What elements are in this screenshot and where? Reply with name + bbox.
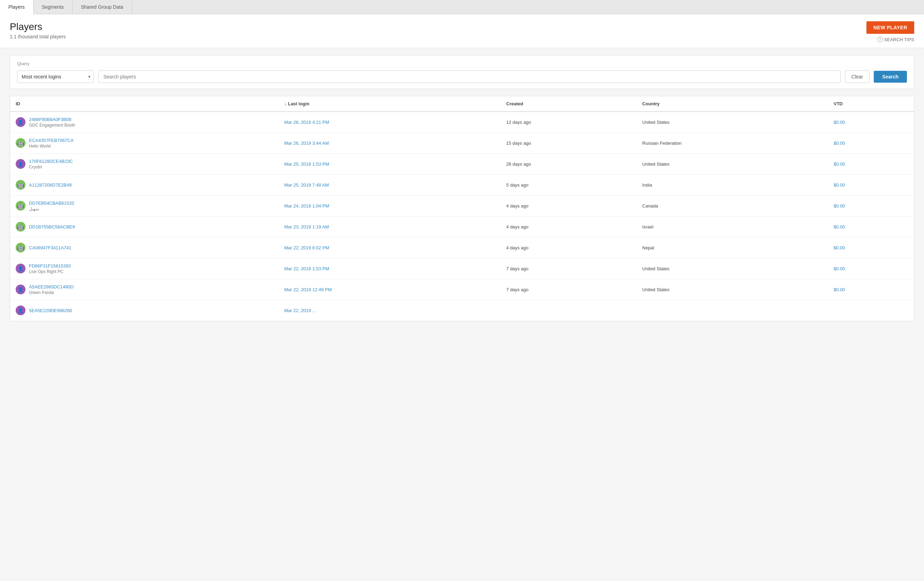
ios-icon: 👤	[16, 285, 25, 295]
table-row: 👤 A5AEE2665DC1480D Green Panda Mar 22, 2…	[10, 279, 914, 300]
player-name: سهیل	[29, 206, 74, 211]
player-id-link[interactable]: FD66F31F15815393	[29, 263, 71, 268]
cell-id: 🤖 CA06947F3411A741	[10, 237, 279, 258]
player-name: Crystin	[29, 165, 73, 170]
cell-country: United States	[637, 112, 828, 133]
android-icon: 🤖	[16, 138, 25, 148]
cell-created: 26 days ago	[501, 153, 637, 174]
player-id-link[interactable]: A11287206D7E2B49	[29, 183, 71, 188]
clear-button[interactable]: Clear	[845, 71, 870, 83]
cell-country: United States	[637, 258, 828, 279]
cell-country: Israel	[637, 216, 828, 237]
col-header-created: Created	[501, 96, 637, 112]
android-icon: 🤖	[16, 243, 25, 252]
new-player-button[interactable]: NEW PLAYER	[866, 21, 914, 34]
sort-select[interactable]: Most recent loginsMost recent creationPl…	[17, 71, 94, 83]
sort-select-wrapper: Most recent loginsMost recent creationPl…	[17, 71, 94, 83]
table-row: 🤖 ECA4357FEB7067CA Hello World Mar 26, 2…	[10, 133, 914, 153]
tabs-bar: Players Segments Shared Group Data	[0, 0, 924, 14]
ios-icon: 👤	[16, 117, 25, 127]
ios-icon: 👤	[16, 306, 25, 315]
cell-vtd: $0.00	[828, 153, 914, 174]
page-header: Players 1.1 thousand total players NEW P…	[0, 14, 924, 48]
cell-country: United States	[637, 279, 828, 300]
table-section: ID ↓Last login Created Country VTD 👤 248…	[10, 96, 914, 321]
tab-shared-group-data[interactable]: Shared Group Data	[73, 0, 132, 14]
table-row: 👤 FD66F31F15815393 Live Ops Right PC Mar…	[10, 258, 914, 279]
cell-created: 15 days ago	[501, 133, 637, 153]
android-icon: 🤖	[16, 180, 25, 190]
cell-id: 👤 A5AEE2665DC1480D Green Panda	[10, 279, 279, 300]
cell-id: 👤 FD66F31F15815393 Live Ops Right PC	[10, 258, 279, 279]
col-header-id: ID	[10, 96, 279, 112]
sort-arrow-icon: ↓	[284, 101, 287, 106]
cell-country: Russian Federation	[637, 133, 828, 153]
cell-country: India	[637, 174, 828, 195]
player-id-link[interactable]: DD1B755BC58ACBE9	[29, 224, 75, 229]
cell-created: 4 days ago	[501, 237, 637, 258]
player-name: Live Ops Right PC	[29, 269, 71, 274]
cell-last-login: Mar 26, 2019 4:21 PM	[279, 112, 501, 133]
android-icon: 🤖	[16, 222, 25, 232]
player-id-link[interactable]: CA06947F3411A741	[29, 245, 71, 250]
players-table: ID ↓Last login Created Country VTD 👤 248…	[10, 96, 914, 321]
tab-segments[interactable]: Segments	[33, 0, 73, 14]
cell-country: Canada	[637, 195, 828, 216]
cell-vtd: $0.00	[828, 279, 914, 300]
cell-id: 👤 5EA5E229DE998260	[10, 300, 279, 321]
search-button[interactable]: Search	[874, 71, 907, 83]
cell-created: 7 days ago	[501, 279, 637, 300]
table-row: 👤 2486F90B8A0F3B08 GDC Engagement Booth …	[10, 112, 914, 133]
cell-last-login: Mar 24, 2019 1:04 PM	[279, 195, 501, 216]
cell-last-login: Mar 25, 2019 7:48 AM	[279, 174, 501, 195]
col-header-country: Country	[637, 96, 828, 112]
page-title: Players	[10, 21, 66, 33]
player-id-link[interactable]: A5AEE2665DC1480D	[29, 284, 74, 290]
cell-country: United States	[637, 153, 828, 174]
player-count: 1.1 thousand total players	[10, 34, 66, 40]
cell-country: Nepal	[637, 237, 828, 258]
cell-vtd: $0.00	[828, 174, 914, 195]
cell-id: 🤖 DD1B755BC58ACBE9	[10, 216, 279, 237]
header-left: Players 1.1 thousand total players	[10, 21, 66, 40]
cell-id: 🤖 A11287206D7E2B49	[10, 174, 279, 195]
player-id-link[interactable]: 5EA5E229DE998260	[29, 308, 72, 313]
ios-icon: 👤	[16, 159, 25, 169]
query-controls: Most recent loginsMost recent creationPl…	[17, 71, 907, 83]
search-input[interactable]	[98, 71, 841, 83]
cell-created: 5 days ago	[501, 174, 637, 195]
player-id-link[interactable]: 2486F90B8A0F3B08	[29, 117, 75, 122]
col-header-last-login[interactable]: ↓Last login	[279, 96, 501, 112]
cell-created: 12 days ago	[501, 112, 637, 133]
cell-vtd: $0.00	[828, 258, 914, 279]
player-id-link[interactable]: DD7EB54CBAB61520	[29, 201, 74, 206]
col-header-vtd: VTD	[828, 96, 914, 112]
query-section: Query Most recent loginsMost recent crea…	[10, 55, 914, 89]
cell-id: 👤 2486F90B8A0F3B08 GDC Engagement Booth	[10, 112, 279, 133]
cell-last-login: Mar 26, 2019 3:44 AM	[279, 133, 501, 153]
player-name: Green Panda	[29, 290, 74, 295]
search-tips-link[interactable]: ? SEARCH TIPS	[877, 36, 914, 42]
cell-last-login: Mar 22, 2019 6:02 PM	[279, 237, 501, 258]
table-row: 🤖 DD7EB54CBAB61520 سهیل Mar 24, 2019 1:0…	[10, 195, 914, 216]
cell-vtd: $0.00	[828, 195, 914, 216]
cell-id: 🤖 ECA4357FEB7067CA Hello World	[10, 133, 279, 153]
player-id-link[interactable]: 170F6128DCE4B23C	[29, 159, 73, 164]
cell-vtd: $0.00	[828, 112, 914, 133]
table-row: 👤 170F6128DCE4B23C Crystin Mar 25, 2019 …	[10, 153, 914, 174]
cell-created: 4 days ago	[501, 216, 637, 237]
cell-created	[501, 300, 637, 321]
android-icon: 🤖	[16, 201, 25, 211]
player-name: Hello World	[29, 144, 74, 148]
cell-created: 7 days ago	[501, 258, 637, 279]
player-id-link[interactable]: ECA4357FEB7067CA	[29, 138, 74, 143]
table-row: 🤖 CA06947F3411A741 Mar 22, 2019 6:02 PM …	[10, 237, 914, 258]
cell-vtd: $0.00	[828, 216, 914, 237]
ios-icon: 👤	[16, 263, 25, 273]
cell-id: 🤖 DD7EB54CBAB61520 سهیل	[10, 195, 279, 216]
cell-vtd	[828, 300, 914, 321]
search-tips-icon: ?	[877, 36, 883, 42]
cell-country	[637, 300, 828, 321]
player-name: GDC Engagement Booth	[29, 123, 75, 128]
tab-players[interactable]: Players	[0, 0, 33, 14]
